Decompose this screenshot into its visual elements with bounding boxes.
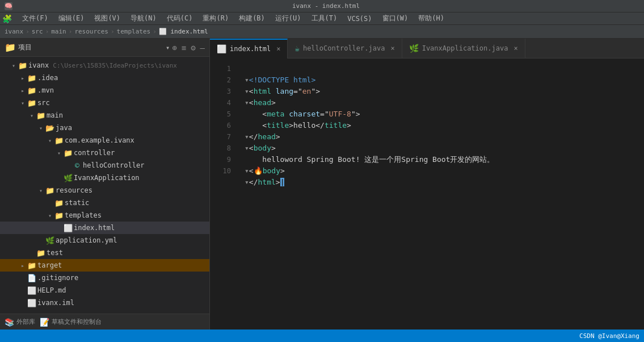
tree-label-com-example: com.example.ivanx (65, 136, 209, 144)
tree-item-com-example[interactable]: ▾ 📁 com.example.ivanx (0, 134, 209, 147)
tab-close-hello[interactable]: × (390, 44, 394, 52)
tree-item-test[interactable]: ▸ 📁 test (0, 247, 209, 259)
menu-logo: 🧩 (2, 14, 12, 23)
tree-label-static: static (65, 199, 209, 207)
tree-item-index-html[interactable]: ▸ ⬜ index.html (0, 222, 209, 234)
breadcrumb-sep-5: › (153, 28, 157, 35)
menu-nav[interactable]: 导航(N) (126, 12, 161, 24)
iml-icon: ⬜ (27, 299, 36, 307)
tree-arrow-main: ▾ (27, 112, 36, 119)
gitignore-icon: 📄 (27, 274, 36, 282)
sidebar-close-icon[interactable]: — (200, 43, 205, 52)
line-numbers: 1 2 3 4 5 6 7 8 9 10 (210, 59, 235, 330)
tree-arrow-idea: ▸ (18, 75, 27, 81)
menu-refactor[interactable]: 重构(R) (198, 12, 233, 24)
tab-close-index[interactable]: × (276, 45, 280, 53)
folder-icon-controller: 📁 (64, 149, 73, 157)
tree-arrow-templates: ▾ (45, 212, 54, 219)
tree-label-help-md: HELP.md (37, 286, 209, 294)
tree-item-hello-controller[interactable]: ▸ © helloController (0, 159, 209, 172)
tree-label-resources: resources (56, 186, 209, 194)
folder-icon-src: 📁 (27, 99, 36, 107)
tree-item-controller[interactable]: ▾ 📁 controller (0, 147, 209, 159)
tree-label-mvn: .mvn (37, 86, 209, 94)
breadcrumb-resources[interactable]: resources (74, 28, 108, 35)
tab-label-app: IvanxApplication.java (422, 44, 508, 52)
tree-item-help-md[interactable]: ▸ ⬜ HELP.md (0, 284, 209, 297)
menu-tools[interactable]: 工具(T) (307, 12, 342, 24)
tree-item-ivanx-app[interactable]: ▸ 🌿 IvanxApplication (0, 172, 209, 184)
sidebar-drafts[interactable]: 📝 草稿文件和控制台 (40, 318, 102, 327)
java-controller-icon: © (73, 161, 82, 170)
sidebar-libraries[interactable]: 📚 外部库 (5, 318, 35, 327)
tab-index-html[interactable]: ⬜ index.html × (210, 39, 288, 59)
tree-arrow-com-example: ▾ (45, 137, 54, 144)
spring-icon-ivanx: 🌿 (64, 174, 73, 182)
breadcrumb: ivanx › src › main › resources › templat… (0, 25, 644, 39)
tree-arrow-ivanx: ▾ (9, 62, 18, 69)
folder-icon-com-example: 📁 (54, 136, 64, 145)
sidebar-collapse-icon[interactable]: ≡ (182, 43, 186, 52)
menu-file[interactable]: 文件(F) (18, 12, 53, 24)
tree-arrow-controller: ▾ (54, 150, 64, 156)
tree-item-gitignore[interactable]: ▸ 📄 .gitignore (0, 272, 209, 284)
menu-vcs[interactable]: VCS(S) (343, 14, 376, 24)
folder-icon-test: 📁 (36, 249, 45, 257)
titlebar-title: ivanx - index.html (12, 2, 639, 10)
sidebar-dropdown-icon[interactable]: ▾ (166, 44, 170, 52)
tree-label-test: test (47, 249, 209, 257)
tree-item-application-yml[interactable]: ▸ 🌿 application.yml (0, 234, 209, 247)
menu-help[interactable]: 帮助(H) (414, 12, 449, 24)
tab-ivanx-app[interactable]: 🌿 IvanxApplication.java × (402, 39, 525, 59)
tree-item-main[interactable]: ▾ 📁 main (0, 109, 209, 122)
breadcrumb-main[interactable]: main (51, 28, 66, 35)
tree-item-ivanx-iml[interactable]: ▸ ⬜ ivanx.iml (0, 297, 209, 309)
menu-window[interactable]: 窗口(W) (378, 12, 413, 24)
tree-item-java[interactable]: ▾ 📂 java (0, 122, 209, 134)
breadcrumb-templates[interactable]: templates (117, 28, 151, 35)
tree-item-mvn[interactable]: ▸ 📁 .mvn (0, 84, 209, 97)
sidebar-settings-icon[interactable]: ⚙ (191, 43, 195, 52)
menu-view[interactable]: 视图(V) (90, 12, 125, 24)
tab-close-app[interactable]: × (513, 44, 517, 52)
tree-label-main: main (47, 111, 209, 119)
tree-arrow-resources: ▾ (36, 187, 45, 194)
tree-item-target[interactable]: ▸ 📁 target (0, 259, 209, 272)
tree-item-static[interactable]: ▸ 📁 static (0, 197, 209, 209)
breadcrumb-src[interactable]: src (32, 28, 43, 35)
menu-code[interactable]: 代码(C) (162, 12, 197, 24)
menu-run[interactable]: 运行(U) (271, 12, 306, 24)
tree-item-templates[interactable]: ▾ 📁 templates (0, 209, 209, 222)
tree-label-target: target (37, 261, 209, 269)
titlebar-left: 🧠 (5, 2, 12, 10)
sidebar-new-icon[interactable]: ⊕ (172, 43, 176, 52)
tree-label-templates: templates (65, 211, 209, 219)
tree-label-hello-controller: helloController (83, 161, 209, 169)
tab-icon-java: ☕ (294, 44, 299, 53)
tree-item-idea[interactable]: ▸ 📁 .idea (0, 72, 209, 84)
tree-item-src[interactable]: ▾ 📁 src (0, 97, 209, 109)
drafts-icon: 📝 (40, 318, 49, 327)
menu-edit[interactable]: 编辑(E) (54, 12, 89, 24)
tree-item-mvnw[interactable]: ▸ m mvnw (0, 309, 209, 314)
sidebar-header: 📁 项目 ▾ ⊕ ≡ ⚙ — (0, 39, 209, 57)
folder-icon-mvn: 📁 (27, 86, 36, 95)
tree-label-yml: application.yml (56, 236, 209, 244)
tree-item-ivanx[interactable]: ▾ 📁 ivanx C:\Users\15835\IdeaProjects\iv… (0, 59, 209, 72)
breadcrumb-ivanx[interactable]: ivanx (5, 28, 23, 35)
libraries-label: 外部库 (16, 318, 35, 326)
tab-hello-controller[interactable]: ☕ helloController.java × (288, 39, 402, 59)
breadcrumb-sep-4: › (111, 28, 115, 35)
folder-icon-templates: 📁 (54, 211, 64, 220)
breadcrumb-html-icon: ⬜ (159, 28, 171, 35)
tree-item-resources[interactable]: ▾ 📁 resources (0, 184, 209, 197)
tree-label-index: index.html (74, 224, 209, 232)
libraries-icon: 📚 (5, 318, 14, 327)
code-area[interactable]: 1 2 3 4 5 6 7 8 9 10 ▾<!DOCTYPE html> ▾<… (210, 59, 644, 330)
tree-label-controller: controller (74, 149, 209, 157)
tree-label-ivanx-app: IvanxApplication (74, 174, 209, 182)
menu-build[interactable]: 构建(B) (234, 12, 270, 24)
code-content[interactable]: ▾<!DOCTYPE html> ▾<html lang="en"> ▾<hea… (235, 59, 644, 330)
tab-icon-spring: 🌿 (409, 44, 419, 53)
tab-label-hello: helloController.java (303, 44, 385, 52)
